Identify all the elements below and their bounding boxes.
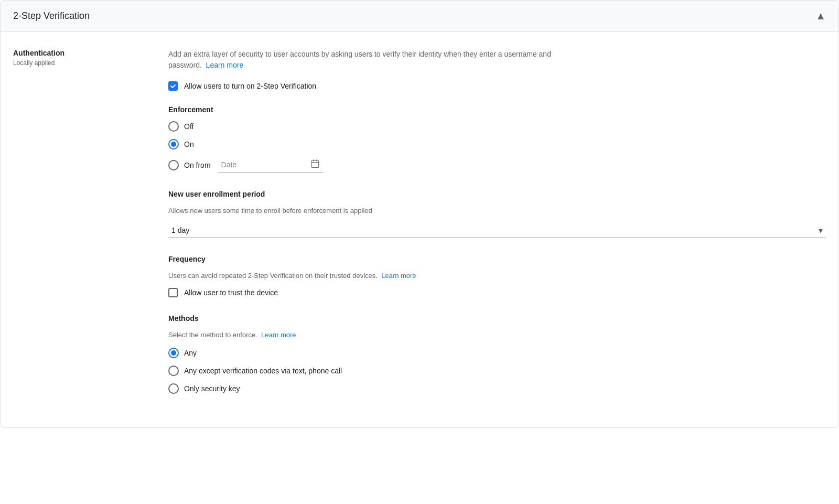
left-panel-subtitle: Locally applied: [13, 59, 147, 67]
trust-checkbox-label: Allow user to trust the device: [184, 288, 278, 297]
enrollment-dropdown-arrow: ▾: [819, 226, 823, 235]
enforcement-title: Enforcement: [168, 105, 826, 114]
methods-learn-more-link[interactable]: Learn more: [261, 331, 296, 339]
methods-only-security-key-row[interactable]: Only security key: [168, 383, 826, 394]
methods-any-radio[interactable]: [168, 348, 179, 358]
methods-any-except-label: Any except verification codes via text, …: [184, 367, 342, 375]
frequency-learn-more-link[interactable]: Learn more: [381, 272, 416, 280]
methods-section: Methods Select the method to enforce. Le…: [168, 314, 826, 394]
methods-any-label: Any: [184, 349, 197, 357]
methods-title: Methods: [168, 314, 826, 323]
enrollment-section: New user enrollment period Allows new us…: [168, 190, 826, 238]
enrollment-title: New user enrollment period: [168, 190, 826, 198]
allow-checkbox-label: Allow users to turn on 2-Step Verificati…: [184, 82, 316, 90]
allow-checkbox[interactable]: [168, 81, 178, 91]
methods-only-security-key-radio[interactable]: [168, 383, 179, 394]
methods-radio-group: Any Any except verification codes via te…: [168, 348, 826, 394]
enrollment-dropdown[interactable]: 1 day ▾: [168, 223, 826, 238]
enforcement-off-row[interactable]: Off: [168, 121, 826, 132]
allow-checkbox-row: Allow users to turn on 2-Step Verificati…: [168, 81, 826, 91]
enforcement-on-from-radio[interactable]: [168, 160, 179, 170]
enforcement-off-radio[interactable]: [168, 121, 179, 132]
date-input-wrapper[interactable]: Date: [218, 157, 323, 173]
svg-rect-0: [311, 160, 319, 168]
methods-description-text: Select the method to enforce.: [168, 331, 257, 339]
description-text: Add an extra layer of security to user a…: [168, 49, 567, 71]
frequency-description-text: Users can avoid repeated 2-Step Verifica…: [168, 272, 378, 280]
trust-checkbox[interactable]: [168, 288, 178, 297]
enforcement-radio-group: Off On On from Date: [168, 121, 826, 173]
enforcement-section: Enforcement Off On: [168, 105, 826, 173]
left-panel: Authentication Locally applied: [13, 49, 160, 411]
enrollment-dropdown-value: 1 day: [171, 226, 815, 234]
frequency-section: Frequency Users can avoid repeated 2-Ste…: [168, 255, 826, 298]
methods-any-except-radio[interactable]: [168, 366, 179, 376]
enrollment-description: Allows new users some time to enroll bef…: [168, 206, 826, 216]
methods-only-security-key-label: Only security key: [184, 384, 240, 393]
content-area: Authentication Locally applied Add an ex…: [1, 32, 838, 427]
methods-any-row[interactable]: Any: [168, 348, 826, 358]
trust-checkbox-row: Allow user to trust the device: [168, 288, 826, 297]
frequency-description: Users can avoid repeated 2-Step Verifica…: [168, 271, 826, 281]
enforcement-on-radio-inner: [171, 142, 176, 147]
enforcement-on-from-label: On from: [184, 161, 211, 169]
collapse-icon[interactable]: ▲: [815, 10, 826, 22]
enforcement-on-from-row: On from Date: [168, 157, 826, 173]
methods-any-radio-inner: [171, 350, 176, 356]
methods-description: Select the method to enforce. Learn more: [168, 330, 826, 340]
enforcement-on-radio[interactable]: [168, 139, 179, 149]
methods-any-except-row[interactable]: Any except verification codes via text, …: [168, 366, 826, 376]
calendar-icon[interactable]: [310, 159, 320, 170]
date-placeholder: Date: [221, 160, 306, 169]
header: 2-Step Verification ▲: [1, 1, 838, 32]
page-container: 2-Step Verification ▲ Authentication Loc…: [0, 0, 839, 428]
left-panel-title: Authentication: [13, 49, 147, 57]
enforcement-on-row[interactable]: On: [168, 139, 826, 149]
right-panel: Add an extra layer of security to user a…: [160, 49, 826, 411]
page-title: 2-Step Verification: [13, 10, 90, 22]
enforcement-off-label: Off: [184, 122, 193, 131]
enforcement-on-label: On: [184, 140, 194, 148]
description-learn-more-link[interactable]: Learn more: [206, 61, 244, 69]
frequency-title: Frequency: [168, 255, 826, 263]
